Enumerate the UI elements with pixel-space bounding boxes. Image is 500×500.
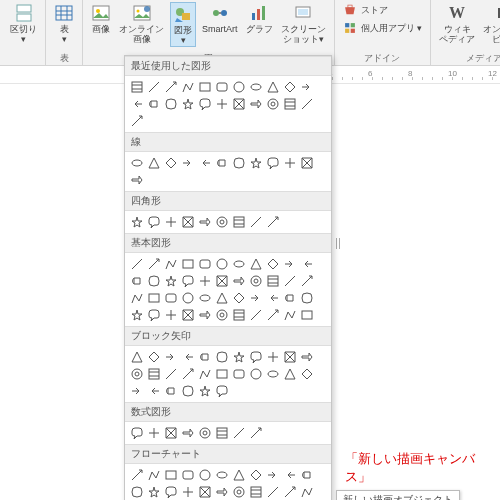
shape-cell[interactable] [214,273,229,288]
shape-cell[interactable] [265,484,280,499]
shape-cell[interactable] [129,96,144,111]
shape-cell[interactable] [146,484,161,499]
shape-cell[interactable] [129,214,144,229]
shape-cell[interactable] [299,155,314,170]
shape-cell[interactable] [129,349,144,364]
shape-cell[interactable] [265,349,280,364]
shape-cell[interactable] [231,307,246,322]
shape-cell[interactable] [180,307,195,322]
breaks-button[interactable]: 区切り ▾ [8,2,39,45]
shape-cell[interactable] [163,349,178,364]
shape-cell[interactable] [299,96,314,111]
shape-cell[interactable] [214,155,229,170]
shape-cell[interactable] [163,155,178,170]
online-video-button[interactable]: オンライン ビデオ [481,2,500,45]
shape-cell[interactable] [180,96,195,111]
shape-cell[interactable] [248,155,263,170]
shape-cell[interactable] [214,79,229,94]
shape-cell[interactable] [299,307,314,322]
shape-cell[interactable] [163,96,178,111]
shape-cell[interactable] [197,383,212,398]
shape-cell[interactable] [129,467,144,482]
shape-cell[interactable] [163,467,178,482]
shape-cell[interactable] [129,113,144,128]
shape-cell[interactable] [214,214,229,229]
shape-cell[interactable] [129,307,144,322]
shape-cell[interactable] [299,273,314,288]
shape-cell[interactable] [163,273,178,288]
shape-cell[interactable] [231,366,246,381]
shape-cell[interactable] [146,96,161,111]
smartart-button[interactable]: SmartArt [200,2,240,35]
shape-cell[interactable] [231,349,246,364]
shape-cell[interactable] [265,290,280,305]
shape-cell[interactable] [197,214,212,229]
shape-cell[interactable] [231,290,246,305]
shape-cell[interactable] [214,383,229,398]
online-picture-button[interactable]: オンライン 画像 [117,2,166,45]
shape-cell[interactable] [180,383,195,398]
shape-cell[interactable] [146,273,161,288]
shape-cell[interactable] [163,256,178,271]
shape-cell[interactable] [163,366,178,381]
shape-cell[interactable] [299,366,314,381]
shape-cell[interactable] [146,214,161,229]
shape-cell[interactable] [163,290,178,305]
shape-cell[interactable] [248,214,263,229]
shape-cell[interactable] [180,349,195,364]
shape-cell[interactable] [299,256,314,271]
shape-cell[interactable] [231,425,246,440]
shape-cell[interactable] [265,307,280,322]
shape-cell[interactable] [180,425,195,440]
shape-cell[interactable] [299,349,314,364]
shape-cell[interactable] [299,484,314,499]
shape-cell[interactable] [282,467,297,482]
shape-cell[interactable] [146,155,161,170]
shape-cell[interactable] [146,383,161,398]
shape-cell[interactable] [248,467,263,482]
shape-cell[interactable] [129,290,144,305]
shape-cell[interactable] [163,79,178,94]
shape-cell[interactable] [214,349,229,364]
table-button[interactable]: 表 ▾ [52,2,76,45]
shape-cell[interactable] [163,307,178,322]
shape-cell[interactable] [248,96,263,111]
shape-cell[interactable] [163,383,178,398]
shape-cell[interactable] [129,79,144,94]
shape-cell[interactable] [265,273,280,288]
screenshot-button[interactable]: スクリーン ショット▾ [279,2,328,45]
shape-cell[interactable] [197,290,212,305]
shape-cell[interactable] [265,467,280,482]
shape-cell[interactable] [265,256,280,271]
shape-cell[interactable] [248,256,263,271]
shape-cell[interactable] [282,307,297,322]
shape-cell[interactable] [214,96,229,111]
shape-cell[interactable] [180,366,195,381]
shape-cell[interactable] [129,383,144,398]
shape-cell[interactable] [299,290,314,305]
shape-cell[interactable] [248,290,263,305]
shape-cell[interactable] [282,96,297,111]
shape-cell[interactable] [265,155,280,170]
shape-cell[interactable] [180,79,195,94]
shape-cell[interactable] [248,349,263,364]
shape-cell[interactable] [231,273,246,288]
shape-cell[interactable] [248,273,263,288]
shape-cell[interactable] [248,307,263,322]
shape-cell[interactable] [265,96,280,111]
shape-cell[interactable] [146,290,161,305]
shape-cell[interactable] [248,366,263,381]
store-button[interactable]: ストア [341,2,390,18]
shape-cell[interactable] [197,79,212,94]
myapps-button[interactable]: 個人用アプリ ▾ [341,20,425,36]
shape-cell[interactable] [265,366,280,381]
shape-cell[interactable] [146,79,161,94]
shape-cell[interactable] [265,79,280,94]
shapes-button[interactable]: 図形 ▾ [170,2,196,47]
shape-cell[interactable] [197,484,212,499]
shape-cell[interactable] [129,366,144,381]
shape-cell[interactable] [197,96,212,111]
shape-cell[interactable] [214,366,229,381]
shape-cell[interactable] [214,256,229,271]
shape-cell[interactable] [282,484,297,499]
